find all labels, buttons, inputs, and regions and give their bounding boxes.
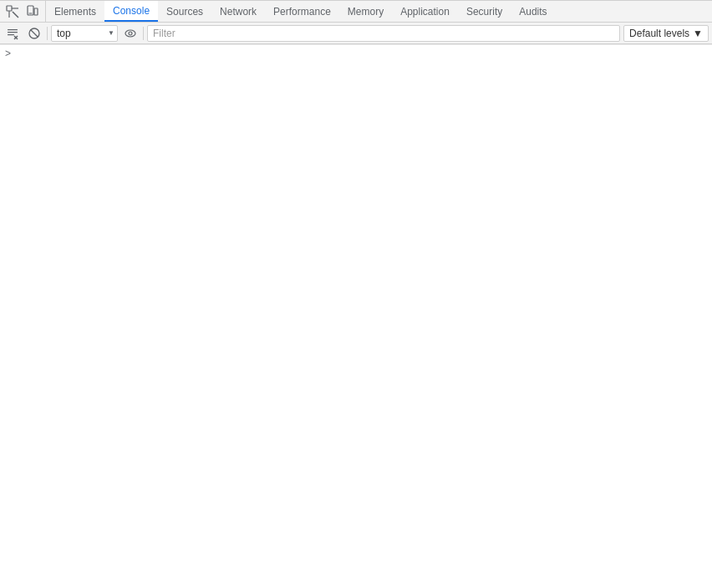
tab-network[interactable]: Network <box>211 1 265 22</box>
svg-point-14 <box>125 30 135 37</box>
levels-label: Default levels <box>629 28 689 39</box>
context-selector-wrapper: top ▼ <box>51 25 118 42</box>
prompt-arrow: > <box>5 48 11 59</box>
eye-icon <box>124 27 137 40</box>
console-content: > <box>0 44 712 588</box>
context-selector[interactable]: top <box>51 25 118 42</box>
levels-dropdown-arrow: ▼ <box>693 28 703 39</box>
svg-line-13 <box>31 29 38 37</box>
svg-rect-9 <box>8 34 14 35</box>
toolbar-icons <box>0 1 46 22</box>
tab-sources[interactable]: Sources <box>158 1 211 22</box>
svg-line-3 <box>13 12 18 18</box>
filter-input[interactable] <box>147 25 620 42</box>
svg-point-15 <box>129 32 132 35</box>
block-icon <box>28 27 41 40</box>
tab-security[interactable]: Security <box>458 1 511 22</box>
svg-rect-8 <box>8 32 18 33</box>
console-prompt[interactable]: > <box>0 44 712 61</box>
toolbar-divider-2 <box>143 27 144 40</box>
inspect-icon <box>6 5 19 18</box>
tab-application[interactable]: Application <box>392 1 458 22</box>
svg-rect-0 <box>7 6 12 11</box>
clear-console-button[interactable] <box>3 24 22 43</box>
tab-console[interactable]: Console <box>104 1 158 22</box>
tab-memory[interactable]: Memory <box>339 1 392 22</box>
tabs-list: Elements Console Sources Network Perform… <box>46 1 712 22</box>
clear-icon <box>6 27 19 40</box>
device-icon <box>26 5 39 18</box>
toolbar-divider <box>47 27 48 40</box>
custom-formatters-button[interactable] <box>121 24 140 43</box>
block-requests-button[interactable] <box>25 24 43 43</box>
console-toolbar: top ▼ Default levels ▼ <box>0 23 712 44</box>
inspect-element-button[interactable] <box>3 3 22 21</box>
devtools-container: Elements Console Sources Network Perform… <box>0 0 712 588</box>
svg-rect-5 <box>34 8 38 15</box>
tab-audits[interactable]: Audits <box>511 1 555 22</box>
svg-rect-7 <box>8 29 18 30</box>
device-toolbar-button[interactable] <box>23 3 42 21</box>
tab-performance[interactable]: Performance <box>265 1 339 22</box>
tabs-bar: Elements Console Sources Network Perform… <box>0 1 712 23</box>
tab-elements[interactable]: Elements <box>46 1 104 22</box>
levels-selector[interactable]: Default levels ▼ <box>623 25 709 42</box>
